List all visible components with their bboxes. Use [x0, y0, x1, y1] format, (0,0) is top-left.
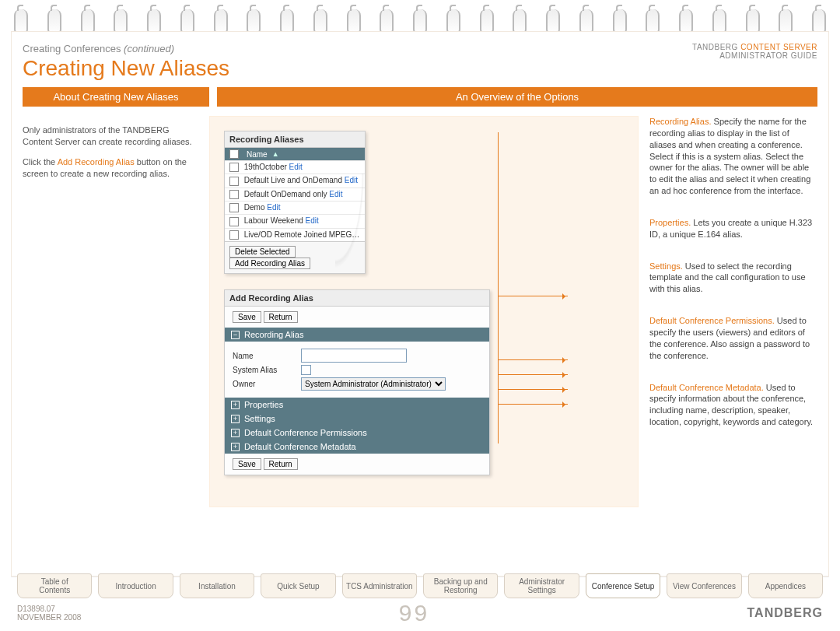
doc-id: D13898.07	[17, 605, 81, 613]
overview-panel: Recording Aliases Name ▲ 19thOctober Edi…	[209, 116, 639, 507]
callout-trunk	[498, 132, 499, 443]
tab-introduction[interactable]: Introduction	[98, 573, 173, 598]
page-footer: D13898.07 NOVEMBER 2008 99 TANDBERG	[17, 600, 823, 626]
brand-b: CONTENT SERVER	[740, 43, 817, 51]
row-checkbox[interactable]	[229, 190, 239, 199]
callout-arrow-metadata	[498, 404, 568, 405]
table-row: Demo Edit	[225, 201, 365, 214]
callout-arrow-permissions	[498, 389, 568, 390]
section-properties[interactable]: +Properties	[225, 398, 489, 412]
breadcrumb-note: (continued)	[124, 43, 174, 54]
edit-link[interactable]: Edit	[306, 216, 319, 225]
left-p2: Click the Add Recording Alias button on …	[23, 156, 200, 180]
section-bar-overview: An Overview of the Options	[217, 87, 817, 107]
tandberg-logo: TANDBERG	[747, 606, 823, 620]
left-column: Only administrators of the TANDBERG Cont…	[23, 116, 209, 507]
owner-select[interactable]: System Administrator (Administrator)	[301, 377, 446, 391]
section-metadata[interactable]: +Default Conference Metadata	[225, 440, 489, 454]
tab-administrator-settings[interactable]: Administrator Settings	[504, 573, 579, 598]
desc-settings-h: Settings.	[649, 261, 683, 271]
expand-icon[interactable]: +	[231, 401, 240, 409]
row-checkbox[interactable]	[229, 230, 239, 240]
tab-table-of-contents[interactable]: Table ofContents	[17, 573, 92, 598]
tab-installation[interactable]: Installation	[180, 573, 254, 598]
expand-icon[interactable]: +	[231, 415, 240, 423]
brand-c: ADMINISTRATOR GUIDE	[719, 51, 817, 60]
bottom-tab-strip: Table ofContentsIntroductionInstallation…	[17, 573, 823, 598]
add-recording-alias-link: Add Recording Alias	[58, 157, 135, 167]
tab-tcs-administration[interactable]: TCS Administration	[342, 573, 417, 598]
table-row: Default OnDemand only Edit	[225, 188, 365, 201]
tab-appendices[interactable]: Appendices	[748, 573, 823, 598]
section-recording-alias[interactable]: −Recording Alias	[225, 328, 489, 342]
section-permissions[interactable]: +Default Conference Permissions	[225, 426, 489, 440]
tab-quick-setup[interactable]: Quick Setup	[261, 573, 335, 598]
edit-link[interactable]: Edit	[329, 190, 342, 198]
edit-link[interactable]: Edit	[289, 163, 303, 171]
tab-view-conferences[interactable]: View Conferences	[667, 573, 741, 598]
add-recording-alias-form: Add Recording Alias Save Return −Recordi…	[224, 289, 490, 475]
recording-aliases-title: Recording Aliases	[225, 131, 365, 148]
desc-permissions-h: Default Conference Permissions.	[649, 316, 775, 325]
brand-a: TANDBERG	[692, 43, 738, 51]
document-sheet: Creating Conferences (continued) Creatin…	[11, 31, 829, 577]
table-row: 19thOctober Edit	[225, 160, 365, 174]
callout-arrow-properties	[498, 359, 568, 360]
callout-arrow-settings	[498, 374, 568, 375]
collapse-icon[interactable]: −	[231, 331, 240, 339]
row-checkbox[interactable]	[229, 203, 239, 212]
row-checkbox[interactable]	[229, 163, 239, 172]
section-bar-about: About Creating New Aliases	[23, 87, 209, 107]
desc-properties-h: Properties.	[649, 218, 691, 227]
page-number: 99	[399, 600, 429, 626]
return-button-bottom[interactable]: Return	[264, 458, 298, 470]
label-system-alias: System Alias	[233, 366, 295, 374]
edit-link[interactable]: Edit	[345, 176, 358, 184]
add-recording-alias-title: Add Recording Alias	[225, 290, 489, 307]
label-name: Name	[233, 352, 295, 360]
desc-metadata-h: Default Conference Metadata.	[649, 383, 764, 392]
delete-selected-button[interactable]: Delete Selected	[229, 246, 296, 258]
table-row: Labour Weekend Edit	[225, 214, 365, 227]
callout-arrow-recording-alias	[498, 296, 568, 296]
select-all-checkbox[interactable]	[229, 149, 239, 159]
system-alias-checkbox[interactable]	[301, 365, 311, 375]
add-recording-alias-button[interactable]: Add Recording Alias	[229, 258, 310, 269]
label-owner: Owner	[233, 380, 295, 388]
tab-backing-up-and-restoring[interactable]: Backing up andRestoring	[423, 573, 498, 598]
section-settings[interactable]: +Settings	[225, 412, 489, 426]
edit-link[interactable]: Edit	[267, 203, 280, 212]
desc-recording-alias: Specify the name for the recording alias…	[649, 117, 810, 195]
row-checkbox[interactable]	[229, 177, 239, 186]
return-button-top[interactable]: Return	[264, 311, 298, 323]
right-column: Recording Alias. Specify the name for th…	[639, 116, 817, 507]
recording-aliases-rows: 19thOctober Edit Default Live and OnDema…	[225, 160, 365, 241]
name-column-header[interactable]: Name	[247, 150, 268, 159]
desc-recording-alias-h: Recording Alias.	[649, 117, 712, 126]
sort-icon[interactable]: ▲	[272, 150, 279, 158]
brand-block: TANDBERG CONTENT SERVER ADMINISTRATOR GU…	[692, 43, 817, 60]
tab-conference-setup[interactable]: Conference Setup	[586, 573, 660, 598]
table-row: Default Live and OnDemand Edit	[225, 174, 365, 187]
doc-date: NOVEMBER 2008	[17, 613, 81, 622]
save-button-top[interactable]: Save	[233, 311, 261, 323]
breadcrumb-main: Creating Conferences	[23, 43, 121, 54]
expand-icon[interactable]: +	[231, 443, 240, 451]
expand-icon[interactable]: +	[231, 429, 240, 437]
recording-aliases-widget: Recording Aliases Name ▲ 19thOctober Edi…	[224, 131, 366, 274]
save-button-bottom[interactable]: Save	[233, 458, 261, 470]
row-checkbox[interactable]	[229, 217, 239, 226]
name-input[interactable]	[301, 349, 407, 363]
recording-aliases-header[interactable]: Name ▲	[225, 148, 365, 160]
left-p1: Only administrators of the TANDBERG Cont…	[23, 124, 200, 148]
table-row: Live/OD Remote Joined MPEG4 Large Edit	[225, 228, 365, 241]
